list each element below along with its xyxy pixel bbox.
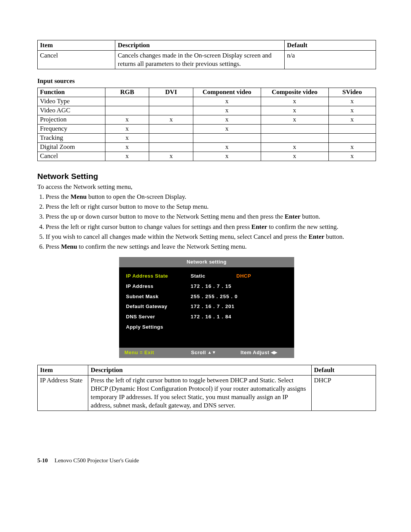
cell: x <box>149 115 193 125</box>
osd-label: Subnet Mask <box>126 294 191 300</box>
col-item: Item <box>38 40 115 51</box>
table-header-row: Item Description Default <box>38 365 376 375</box>
col-dvi: DVI <box>149 88 193 97</box>
table-row: Digital Zoom x x x x <box>38 143 376 152</box>
text: Scroll <box>191 350 206 355</box>
enter-word: Enter <box>285 213 301 220</box>
text: button to open the On-screen Display. <box>87 193 186 200</box>
cell: x <box>149 152 193 161</box>
table-row: Video Type x x x <box>38 97 376 106</box>
osd-row-ip-address: IP Address 172 . 16 . 7 . 15 <box>126 281 287 292</box>
osd-row-subnet: Subnet Mask 255 . 255 . 255 . 0 <box>126 292 287 302</box>
osd-panel: Network setting IP Address State Static … <box>119 257 294 358</box>
cell: x <box>105 143 149 152</box>
osd-row-apply: Apply Settings <box>126 322 287 332</box>
text: Press the <box>46 193 70 200</box>
cell: x <box>193 106 261 115</box>
step-2: Press the left or right cursor button to… <box>46 203 376 211</box>
cell: x <box>105 152 149 161</box>
cell: x <box>105 134 149 143</box>
text: to confirm the new setting. <box>267 223 338 230</box>
page-footer: 5-10 Lenovo C500 Projector User's Guide <box>37 457 139 465</box>
col-desc: Description <box>115 40 285 51</box>
cell: x <box>261 152 328 161</box>
fn: Tracking <box>38 134 105 143</box>
text: to confirm the new settings and leave th… <box>77 243 247 250</box>
cell: x <box>193 97 261 106</box>
fn: Projection <box>38 115 105 125</box>
document-page: Item Description Default Cancel Cancels … <box>0 0 411 434</box>
cell: x <box>328 115 376 125</box>
cell <box>261 134 328 143</box>
osd-item-adjust: Item Adjust ◀▶ <box>241 350 289 356</box>
col-item: Item <box>38 365 88 375</box>
osd-value: 255 . 255 . 255 . 0 <box>191 294 238 300</box>
table-row: Cancel Cancels changes made in the On-sc… <box>38 51 376 69</box>
osd-value: 172 . 16 . 7 . 201 <box>191 304 235 310</box>
step-4: Press the left or right cursor button to… <box>46 223 376 231</box>
text: button. <box>301 213 320 220</box>
text: If you wish to cancel all changes made w… <box>46 233 309 240</box>
step-6: Press Menu to confirm the new settings a… <box>46 243 376 251</box>
osd-menu-exit: Menu = Exit <box>124 350 191 356</box>
menu-word: Menu <box>61 243 77 250</box>
cell: x <box>193 143 261 152</box>
network-desc-table: Item Description Default IP Address Stat… <box>37 365 376 411</box>
step-3: Press the up or down cursor button to mo… <box>46 212 376 221</box>
cell-default: DHCP <box>312 375 376 411</box>
osd-label: IP Address <box>126 283 191 290</box>
table-row: Projection x x x x x <box>38 115 376 125</box>
page-number: 5-10 <box>37 457 48 463</box>
text: button. <box>324 233 344 240</box>
cell <box>261 125 328 134</box>
cell: x <box>105 115 149 125</box>
menu-word: Menu <box>70 193 87 200</box>
text: Press <box>46 243 61 250</box>
cell: x <box>193 115 261 125</box>
text: Item Adjust <box>241 350 269 355</box>
cell-desc: Press the left of right cursor button to… <box>88 375 312 411</box>
col-default: Default <box>312 365 376 375</box>
input-sources-table: Function RGB DVI Component video Composi… <box>37 88 376 161</box>
cell: x <box>328 143 376 152</box>
cell-item: IP Address State <box>38 375 88 411</box>
cell: x <box>328 106 376 115</box>
table-header-row: Item Description Default <box>38 40 376 51</box>
cell <box>149 125 193 134</box>
osd-value-dhcp: DHCP <box>236 273 251 280</box>
cell: x <box>328 152 376 161</box>
fn: Video Type <box>38 97 105 106</box>
cell-item: Cancel <box>38 51 115 69</box>
cell <box>149 134 193 143</box>
col-cvid: Composite video <box>261 88 328 97</box>
input-sources-heading: Input sources <box>37 77 376 85</box>
col-default: Default <box>284 40 376 51</box>
triangle-right-icon: ▶ <box>274 350 277 355</box>
table-row: IP Address State Press the left of right… <box>38 375 376 411</box>
osd-title: Network setting <box>119 257 294 267</box>
fn: Video AGC <box>38 106 105 115</box>
text: Press the up or down cursor button to mo… <box>46 213 285 220</box>
cell <box>328 134 376 143</box>
cell: x <box>193 125 261 134</box>
col-rgb: RGB <box>105 88 149 97</box>
enter-word: Enter <box>309 233 325 240</box>
osd-value: 172 . 16 . 1 . 84 <box>191 314 231 320</box>
osd-value-static: Static <box>191 273 225 280</box>
cell: x <box>328 97 376 106</box>
cell: x <box>261 106 328 115</box>
step-1: Press the Menu button to open the On-scr… <box>46 193 376 201</box>
cell <box>149 97 193 106</box>
cell: x <box>261 97 328 106</box>
step-5: If you wish to cancel all changes made w… <box>46 233 376 241</box>
osd-row-ip-state: IP Address State Static DHCP <box>126 271 287 281</box>
doc-title: Lenovo C500 Projector User's Guide <box>54 457 139 463</box>
cell: x <box>261 115 328 125</box>
osd-label: Default Gateway <box>126 304 191 310</box>
cell-default: n/a <box>284 51 376 69</box>
osd-label: Apply Settings <box>126 324 191 331</box>
cancel-desc-table: Item Description Default Cancel Cancels … <box>37 40 376 69</box>
cell: x <box>105 125 149 134</box>
osd-footer: Menu = Exit Scroll ▲▼ Item Adjust ◀▶ <box>119 348 294 358</box>
cell <box>105 97 149 106</box>
